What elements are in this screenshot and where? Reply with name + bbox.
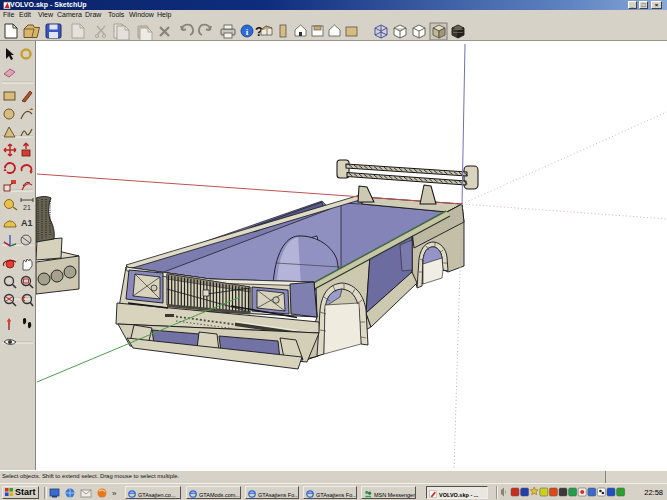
svg-text:21: 21 (23, 204, 31, 211)
svg-text:»: » (112, 489, 117, 498)
svg-text:A1: A1 (21, 218, 33, 228)
